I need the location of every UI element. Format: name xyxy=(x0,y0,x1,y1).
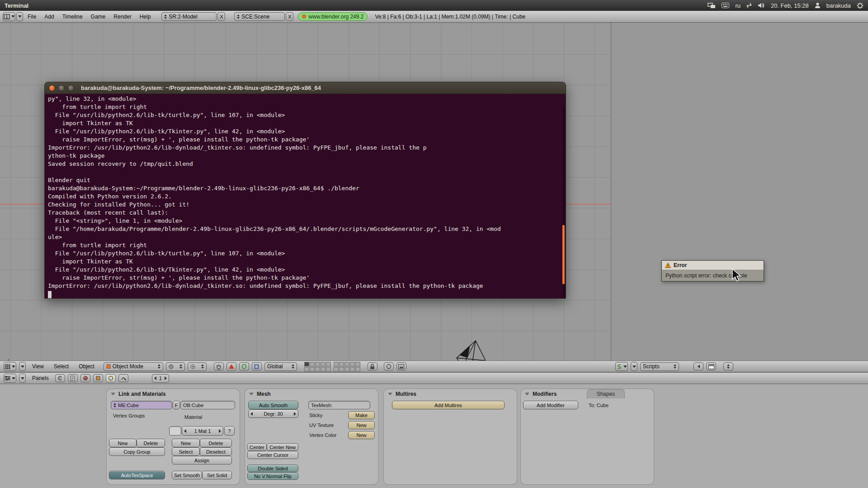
deselect-button[interactable]: Deselect xyxy=(200,447,232,456)
frame-number-field[interactable]: 1 xyxy=(152,374,169,383)
context-editing-button[interactable] xyxy=(106,374,116,382)
texmesh-field[interactable]: TexMesh: xyxy=(308,401,370,409)
center-button[interactable]: Center xyxy=(247,443,267,451)
header-position-button[interactable] xyxy=(723,362,733,371)
buttons-editor-type-button[interactable] xyxy=(4,374,16,383)
auto-smooth-toggle[interactable]: Auto Smooth xyxy=(248,401,298,409)
scrollbar-thumb[interactable] xyxy=(562,225,565,284)
keyboard-layout-label[interactable]: ru xyxy=(735,2,741,9)
viewport-menu-collapse-button[interactable] xyxy=(19,362,26,371)
set-smooth-button[interactable]: Set Smooth xyxy=(172,471,202,479)
updown-sync-icon[interactable] xyxy=(746,2,752,9)
context-object-button[interactable] xyxy=(93,374,103,382)
center-cursor-button[interactable]: Center Cursor xyxy=(247,451,298,459)
panel-header[interactable]: Mesh xyxy=(245,389,275,399)
tab-modifiers[interactable]: Modifiers xyxy=(533,391,557,397)
volume-icon[interactable] xyxy=(758,2,765,9)
uv-texture-new-button[interactable]: New xyxy=(348,421,375,429)
scripts-menu-dropdown[interactable]: Scripts xyxy=(640,362,679,371)
lock-layers-button[interactable] xyxy=(368,362,377,371)
window-maximize-button[interactable] xyxy=(68,85,74,91)
frame-decrement-icon[interactable] xyxy=(154,376,156,380)
panel-collapse-icon[interactable] xyxy=(111,393,115,395)
panel-collapse-icon[interactable] xyxy=(525,393,529,395)
degr-increment-icon[interactable] xyxy=(294,412,296,416)
mesh-datablock-field[interactable]: ME:Cube xyxy=(111,401,172,409)
manipulator-scale-button[interactable] xyxy=(252,362,262,371)
back-button[interactable] xyxy=(693,362,703,371)
network-icon[interactable] xyxy=(708,2,716,9)
blender-version-link[interactable]: www.blender.org 249.2 xyxy=(298,12,368,21)
panel-collapse-icon[interactable] xyxy=(249,393,254,395)
select-button[interactable]: Select xyxy=(172,447,200,456)
orientation-dropdown[interactable]: Global xyxy=(264,362,297,371)
tab-shapes[interactable]: Shapes xyxy=(587,389,625,399)
terminal-scrollbar[interactable] xyxy=(563,106,565,299)
panel-header[interactable]: Modifiers xyxy=(521,389,561,399)
add-modifier-button[interactable]: Add Modifier xyxy=(523,401,578,409)
material-next-icon[interactable] xyxy=(219,429,221,433)
window-minimize-button[interactable] xyxy=(58,85,65,91)
proportional-edit-button[interactable] xyxy=(384,362,394,371)
session-user-label[interactable]: barakuda xyxy=(826,2,851,9)
fake-user-button[interactable]: F xyxy=(173,401,180,409)
menu-file[interactable]: File xyxy=(24,14,40,20)
vertex-group-delete-button[interactable]: Delete xyxy=(137,439,165,447)
vertex-color-new-button[interactable]: New xyxy=(348,431,375,439)
material-prev-icon[interactable] xyxy=(184,429,186,433)
center-new-button[interactable]: Center New xyxy=(267,443,298,451)
buttons-menu-collapse-button[interactable] xyxy=(19,374,26,383)
no-vnormal-flip-toggle[interactable]: No V.Normal Flip xyxy=(247,472,298,480)
context-logic-button[interactable] xyxy=(55,374,65,382)
panels-menu[interactable]: Panels xyxy=(28,375,52,381)
sticky-make-button[interactable]: Make xyxy=(348,411,375,419)
layer-buttons-group-2[interactable] xyxy=(334,362,360,371)
window-close-button[interactable] xyxy=(49,85,55,91)
session-gear-icon[interactable] xyxy=(857,2,863,9)
pivot-dropdown[interactable] xyxy=(188,362,207,371)
draw-type-dropdown[interactable] xyxy=(166,362,185,371)
menu-view[interactable]: View xyxy=(28,363,47,370)
set-solid-button[interactable]: Set Solid xyxy=(202,471,232,479)
menu-object[interactable]: Object xyxy=(75,363,98,370)
clock[interactable]: 20. Feb, 15:28 xyxy=(771,2,809,9)
keyboard-indicator-icon[interactable] xyxy=(722,3,729,8)
scene-delete-button[interactable]: X xyxy=(286,12,293,21)
viewport-editor-type-button[interactable] xyxy=(4,362,16,371)
context-shading-button[interactable] xyxy=(80,374,90,382)
material-new-button[interactable]: New xyxy=(172,439,200,447)
vertex-group-new-button[interactable]: New xyxy=(109,439,137,447)
add-multires-button[interactable]: Add Multires xyxy=(392,401,505,409)
terminal-output[interactable]: py", line 32, in <module> from turtle im… xyxy=(44,94,566,299)
terminal-titlebar[interactable]: barakuda@barakuda-System: ~/Programme/bl… xyxy=(44,82,566,94)
scripts-menu-collapse-button[interactable] xyxy=(631,362,637,371)
panel-collapse-icon[interactable] xyxy=(388,393,392,395)
menu-add[interactable]: Add xyxy=(41,14,57,20)
header-menu-collapse-button[interactable] xyxy=(16,12,23,21)
scripts-window-area[interactable] xyxy=(612,23,868,361)
menu-help[interactable]: Help xyxy=(136,14,155,20)
material-help-button[interactable]: ? xyxy=(224,426,235,436)
menu-game[interactable]: Game xyxy=(87,14,109,20)
screen-delete-button[interactable]: X xyxy=(217,12,225,21)
info-editor-type-button[interactable] xyxy=(3,12,15,21)
menu-select[interactable]: Select xyxy=(50,363,72,370)
panel-header[interactable]: Link and Materials xyxy=(107,389,170,399)
context-script-button[interactable] xyxy=(68,374,78,382)
copy-group-button[interactable]: Copy Group xyxy=(109,447,165,456)
manipulator-toggle-button[interactable] xyxy=(214,362,224,371)
context-physics-button[interactable] xyxy=(118,374,128,382)
frame-increment-icon[interactable] xyxy=(165,376,167,380)
assign-button[interactable]: Assign xyxy=(172,456,232,465)
menu-render[interactable]: Render xyxy=(110,14,135,20)
menu-timeline[interactable]: Timeline xyxy=(59,14,86,20)
material-color-swatch[interactable] xyxy=(169,426,181,436)
degr-slider[interactable]: Degr: 30 xyxy=(248,409,298,418)
layer-buttons-group-1[interactable] xyxy=(304,362,331,371)
object-name-field[interactable]: OB:Cube xyxy=(180,401,235,409)
degr-decrement-icon[interactable] xyxy=(250,412,253,416)
material-delete-button[interactable]: Delete xyxy=(200,439,232,447)
screen-toggle-button[interactable] xyxy=(706,362,716,371)
scripts-editor-type-button[interactable] xyxy=(615,362,628,371)
manipulator-rotate-button[interactable] xyxy=(239,362,249,371)
